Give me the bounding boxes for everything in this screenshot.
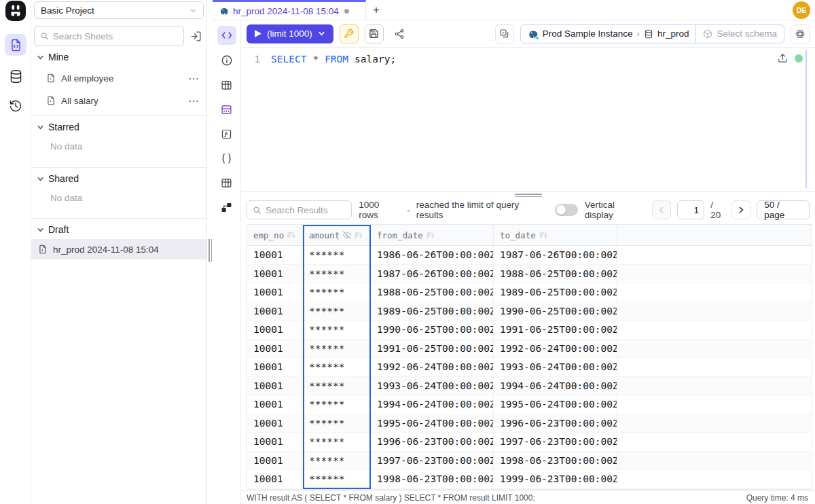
- column-header-from-date[interactable]: from_date: [371, 225, 494, 245]
- table-cell[interactable]: 10001: [247, 283, 303, 302]
- meatballs-menu-icon[interactable]: ···: [189, 73, 200, 84]
- table-cell[interactable]: 1994-06-24T00:00:00Z: [371, 395, 494, 414]
- bytebase-logo[interactable]: [5, 1, 26, 21]
- table-cell[interactable]: ******: [303, 377, 371, 395]
- table-cell[interactable]: 1992-06-24T00:00:00Z: [494, 340, 617, 358]
- page-number-input[interactable]: [677, 200, 704, 219]
- connection-selector[interactable]: Prod Sample Instance › hr_prod: [521, 25, 696, 43]
- table-row[interactable]: 10001******1987-06-26T00:00:00Z1988-06-2…: [247, 265, 812, 284]
- table-cell[interactable]: 1996-06-23T00:00:00Z: [371, 433, 494, 451]
- table-cell[interactable]: ******: [303, 414, 371, 433]
- table-cell[interactable]: 1987-06-26T00:00:00Z: [371, 265, 494, 283]
- table-cell[interactable]: 1997-06-23T00:00:00Z: [371, 452, 494, 470]
- tab-hr-prod[interactable]: hr_prod 2024-11-08 15:04: [213, 0, 366, 20]
- sheet-search-input[interactable]: [53, 31, 178, 41]
- panel-resize-divider[interactable]: [241, 191, 815, 196]
- table-cell[interactable]: 10001: [247, 358, 303, 376]
- masking-panel-button[interactable]: [217, 100, 236, 119]
- table-cell[interactable]: 10001: [247, 414, 303, 433]
- sort-icon[interactable]: [287, 231, 295, 239]
- sheet-item-all-salary[interactable]: All salary ···: [31, 90, 206, 111]
- table-row[interactable]: 10001******1998-06-23T00:00:00Z1999-06-2…: [247, 470, 812, 489]
- table-cell[interactable]: ******: [303, 470, 371, 488]
- table-cell[interactable]: 1989-06-25T00:00:00Z: [371, 302, 494, 321]
- table-cell[interactable]: ******: [303, 302, 371, 321]
- table-row[interactable]: 10001******1997-06-23T00:00:00Z1998-06-2…: [247, 452, 812, 471]
- table-cell[interactable]: ******: [303, 283, 371, 302]
- table-cell[interactable]: 1988-06-25T00:00:00Z: [494, 265, 617, 283]
- table-cell[interactable]: 1988-06-25T00:00:00Z: [371, 283, 494, 302]
- table-cell[interactable]: 1994-06-24T00:00:00Z: [494, 377, 617, 395]
- sheet-item-draft-selected[interactable]: hr_prod 2024-11-08 15:04: [31, 239, 206, 259]
- table-cell[interactable]: 1997-06-23T00:00:00Z: [494, 433, 617, 451]
- table-cell[interactable]: 1987-06-26T00:00:00Z: [494, 246, 617, 264]
- table-cell[interactable]: 1993-06-24T00:00:00Z: [494, 358, 617, 376]
- sheet-table-panel-button[interactable]: [217, 173, 236, 192]
- table-row[interactable]: 10001******1989-06-25T00:00:00Z1990-06-2…: [247, 302, 812, 321]
- table-row[interactable]: 10001******1988-06-25T00:00:00Z1989-06-2…: [247, 283, 812, 302]
- table-cell[interactable]: 10001: [247, 470, 303, 488]
- table-cell[interactable]: ******: [303, 395, 371, 414]
- table-cell[interactable]: 1991-06-25T00:00:00Z: [494, 321, 617, 339]
- table-cell[interactable]: 1989-06-25T00:00:00Z: [494, 283, 617, 302]
- table-row[interactable]: 10001******1986-06-26T00:00:00Z1987-06-2…: [247, 246, 812, 265]
- table-row[interactable]: 10001******1993-06-24T00:00:00Z1994-06-2…: [247, 377, 812, 396]
- prev-page-button[interactable]: [652, 200, 671, 219]
- snippets-panel-button[interactable]: (): [217, 149, 236, 168]
- section-draft[interactable]: Draft: [31, 221, 206, 238]
- run-query-button[interactable]: (limit 1000): [247, 24, 333, 43]
- sql-editor[interactable]: 1 SELECT*FROMsalary;: [241, 48, 815, 191]
- table-cell[interactable]: 1991-06-25T00:00:00Z: [371, 340, 494, 358]
- table-cell[interactable]: 1986-06-26T00:00:00Z: [371, 246, 494, 264]
- next-page-button[interactable]: [731, 200, 750, 219]
- table-cell[interactable]: 1996-06-23T00:00:00Z: [494, 414, 617, 433]
- table-row[interactable]: 10001******1992-06-24T00:00:00Z1993-06-2…: [247, 358, 812, 377]
- worksheets-nav-button[interactable]: [5, 34, 26, 56]
- databases-nav-button[interactable]: [5, 65, 26, 87]
- table-cell[interactable]: 10001: [247, 246, 303, 264]
- project-selector[interactable]: Basic Project: [34, 1, 204, 19]
- table-cell[interactable]: ******: [303, 321, 371, 339]
- batch-query-button[interactable]: [495, 24, 514, 43]
- import-sheet-button[interactable]: [187, 27, 204, 45]
- code-panel-button[interactable]: [217, 26, 236, 45]
- table-cell[interactable]: 10001: [247, 377, 303, 395]
- editor-scrollbar[interactable]: [805, 50, 807, 188]
- sheet-search[interactable]: [34, 26, 184, 46]
- table-cell[interactable]: ******: [303, 433, 371, 451]
- sort-icon[interactable]: [427, 231, 435, 239]
- schema-selector[interactable]: Select schema: [695, 25, 784, 43]
- table-cell[interactable]: 1990-06-25T00:00:00Z: [494, 302, 617, 321]
- table-cell[interactable]: ******: [303, 452, 371, 470]
- table-cell[interactable]: 1993-06-24T00:00:00Z: [371, 377, 494, 395]
- table-cell[interactable]: 1990-06-25T00:00:00Z: [371, 321, 494, 339]
- table-cell[interactable]: 1998-06-23T00:00:00Z: [494, 452, 617, 470]
- table-row[interactable]: 10001******1991-06-25T00:00:00Z1992-06-2…: [247, 340, 812, 359]
- functions-panel-button[interactable]: [217, 124, 236, 143]
- table-cell[interactable]: 1998-06-23T00:00:00Z: [371, 470, 494, 488]
- table-cell[interactable]: 1995-06-24T00:00:00Z: [494, 395, 617, 414]
- page-size-select[interactable]: 50 / page: [757, 200, 810, 219]
- table-row[interactable]: 10001******1996-06-23T00:00:00Z1997-06-2…: [247, 433, 812, 452]
- table-cell[interactable]: 10001: [247, 433, 303, 451]
- section-shared[interactable]: Shared: [31, 170, 206, 187]
- share-sheet-button[interactable]: [390, 24, 409, 43]
- table-cell[interactable]: 10001: [247, 395, 303, 414]
- column-header-to-date[interactable]: to_date: [494, 225, 617, 245]
- ai-assistant-button[interactable]: [791, 24, 810, 43]
- tables-panel-button[interactable]: [217, 75, 236, 94]
- table-cell[interactable]: 10001: [247, 340, 303, 358]
- sort-icon[interactable]: [539, 231, 547, 239]
- new-tab-button[interactable]: +: [366, 0, 386, 20]
- results-search[interactable]: [247, 200, 352, 219]
- save-sheet-button[interactable]: [365, 24, 384, 43]
- meatballs-menu-icon[interactable]: ···: [189, 96, 200, 106]
- table-cell[interactable]: 1995-06-24T00:00:00Z: [371, 414, 494, 433]
- column-header-emp-no[interactable]: emp_no: [247, 225, 303, 245]
- section-starred[interactable]: Starred: [31, 119, 206, 135]
- table-row[interactable]: 10001******1994-06-24T00:00:00Z1995-06-2…: [247, 395, 812, 414]
- user-avatar[interactable]: DE: [793, 1, 810, 19]
- table-cell[interactable]: ******: [303, 265, 371, 283]
- format-sql-button[interactable]: [340, 24, 359, 43]
- table-cell[interactable]: ******: [303, 358, 371, 376]
